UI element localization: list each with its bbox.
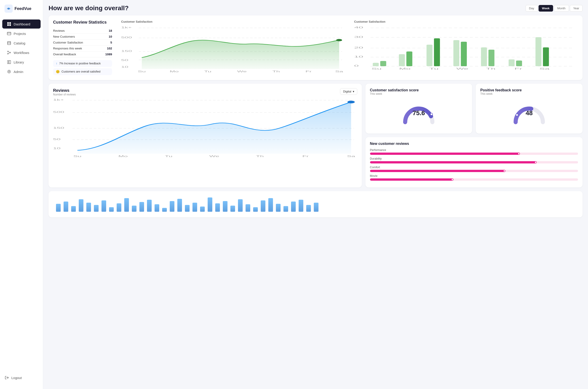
stats-val-satisfaction: 5 [110,41,112,44]
ncr-label-durability: Durability [370,157,578,160]
svg-text:Su: Su [372,67,381,70]
filter-year[interactable]: Year [570,5,583,12]
filter-week[interactable]: Week [539,5,553,12]
badge-text-feedback: 7% Increase in positive feedback [59,62,101,65]
logout-label: Logout [11,376,22,380]
svg-text:40: 40 [354,26,363,29]
svg-text:10: 10 [354,55,363,58]
ncr-bar-bg-performance [370,153,578,155]
library-icon [7,60,11,65]
svg-text:Th: Th [256,155,264,158]
svg-rect-56 [488,50,494,66]
ncr-row-movie: Movie [370,174,578,181]
svg-rect-59 [535,37,541,66]
svg-rect-5 [9,24,11,26]
svg-line-13 [8,52,10,52]
stats-row-overall: Overall feedback 1089 [53,51,112,57]
svg-rect-50 [406,51,412,66]
svg-text:Mo: Mo [399,67,411,70]
positive-score-gauge: 48 [480,97,578,129]
svg-point-18 [9,71,10,72]
svg-text:We: We [237,70,246,73]
positive-score-subtitle: This week [480,92,578,96]
main-content: How are we doing overall? Day Week Month… [43,0,588,389]
sidebar-label-admin: Admin [14,70,23,74]
sidebar-logout-section: Logout [0,371,43,385]
svg-rect-90 [79,199,83,212]
middle-row: Reviews Number of reviews Digital ▾ 1k+ [49,84,583,188]
svg-point-77 [347,101,355,103]
badge-positive-feedback: ↑ 7% Increase in positive feedback [53,60,112,67]
chevron-down-icon: ▾ [353,90,354,93]
projects-icon [7,31,11,36]
sidebar-item-library[interactable]: Library [2,58,41,67]
svg-text:Mo: Mo [170,70,179,73]
sidebar-item-dashboard[interactable]: Dashboard [2,20,41,29]
ncr-bar-bg-comfort [370,170,578,172]
svg-rect-112 [245,204,250,212]
stats-val-responses: 102 [107,47,112,50]
svg-text:Th: Th [272,70,280,73]
svg-text:Sa: Sa [335,70,344,73]
new-customer-reviews-card: New customer reviews Performance Durabil… [365,137,583,188]
ncr-dot-comfort [503,170,505,172]
stats-val-overall: 1089 [105,53,112,56]
stats-label-reviews: Reviews [53,29,65,32]
ncr-row-comfort: Comfort [370,166,578,172]
reviews-card: Reviews Number of reviews Digital ▾ 1k+ [49,84,362,188]
svg-rect-100 [154,204,159,212]
customer-score-subtitle: This week [370,92,468,96]
satisfaction-bar-chart: Customer Satisfaction 40 30 20 10 0 [349,20,578,75]
svg-rect-58 [516,61,522,66]
sidebar-label-projects: Projects [14,32,26,35]
svg-rect-89 [71,206,76,212]
svg-rect-108 [215,203,220,212]
workflows-icon [7,50,11,55]
svg-rect-104 [185,205,190,212]
sidebar-item-admin[interactable]: Admin [2,67,41,76]
dashboard-icon [7,22,11,26]
svg-rect-15 [7,61,9,64]
sidebar-item-workflows[interactable]: Workflows [2,48,41,57]
top-bar: How are we doing overall? Day Week Month… [49,4,583,12]
svg-text:Mo: Mo [118,155,128,158]
svg-rect-95 [117,203,121,212]
svg-line-14 [8,53,10,54]
svg-point-11 [10,52,11,53]
sidebar-item-catalog[interactable]: Catalog [2,38,41,48]
svg-rect-88 [64,201,68,212]
svg-rect-115 [268,198,273,212]
stats-card-inner: Customer Review Statistics Reviews 18 Ne… [53,20,578,75]
logout-icon [4,375,9,380]
svg-point-29 [336,39,342,41]
svg-rect-106 [200,206,205,212]
svg-text:1k+: 1k+ [121,26,132,29]
customer-score-value: 75.6 [413,109,425,117]
arrow-up-icon: ↑ [56,62,57,65]
logout-button[interactable]: Logout [4,373,38,382]
stats-row-responses: Responses this week 102 [53,46,112,51]
stats-title: Customer Review Statistics [53,20,112,25]
stats-row-new-customers: New Customers 10 [53,34,112,40]
svg-rect-87 [56,204,61,212]
svg-point-1 [8,8,9,9]
sidebar-label-dashboard: Dashboard [14,22,30,26]
customer-score-card: Customer satisfaction score This week [365,84,472,133]
svg-text:Tu: Tu [165,155,173,158]
sidebar-label-workflows: Workflows [14,51,29,55]
svg-rect-117 [283,206,288,212]
svg-text:30: 30 [354,35,363,38]
sidebar-item-projects[interactable]: Projects [2,29,41,38]
svg-text:50: 50 [53,138,61,141]
svg-rect-57 [509,59,515,66]
svg-text:Su: Su [73,155,81,158]
digital-dropdown[interactable]: Digital ▾ [340,88,357,95]
filter-day[interactable]: Day [526,5,538,12]
line-chart-title: Customer Satisfaction [121,20,345,23]
satisfaction-line-chart: Customer Satisfaction 1k+ 500 150 50 10 [117,20,345,75]
svg-rect-121 [314,203,318,212]
filter-month[interactable]: Month [554,5,569,12]
smile-icon: 🙂 [56,70,60,73]
ncr-label-performance: Performance [370,149,578,152]
stats-label-new-customers: New Customers [53,35,75,38]
